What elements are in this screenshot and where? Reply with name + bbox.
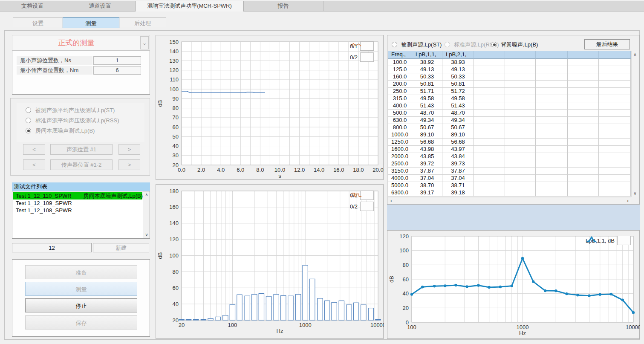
table-cell[interactable] <box>599 124 631 131</box>
result-radio-lp-b[interactable] <box>491 42 497 47</box>
table-cell[interactable]: 2500.0 <box>388 160 412 168</box>
table-cell[interactable]: 5000.0 <box>388 182 412 189</box>
result-radio-lp-rss[interactable] <box>445 42 450 47</box>
table-cell[interactable]: 1000.0 <box>388 131 412 139</box>
table-cell[interactable]: 100.0 <box>388 59 412 66</box>
table-cell[interactable] <box>599 102 631 110</box>
table-cell[interactable] <box>505 168 536 175</box>
table-row[interactable]: 3150.037.8737.87 <box>388 168 631 175</box>
table-cell[interactable]: 43.97 <box>442 146 474 153</box>
source-position-button[interactable]: 声源位置 #1 <box>50 144 113 155</box>
table-cell[interactable] <box>599 189 631 197</box>
prepare-button[interactable]: 准备 <box>25 265 137 279</box>
subtab-measure[interactable]: 测量 <box>63 17 119 28</box>
table-cell[interactable] <box>474 110 505 117</box>
table-cell[interactable] <box>505 73 536 81</box>
table-row[interactable]: 1250.056.6856.68 <box>388 139 631 146</box>
subtab-postprocess[interactable]: 后处理 <box>119 17 166 28</box>
table-cell[interactable] <box>599 160 631 168</box>
tab-channel-settings[interactable]: 通道设置 <box>65 1 136 11</box>
table-cell[interactable] <box>599 59 631 66</box>
table-cell[interactable]: 50.81 <box>412 81 442 88</box>
table-cell[interactable] <box>568 168 599 175</box>
table-row[interactable]: 1600.043.9843.97 <box>388 146 631 153</box>
table-cell[interactable] <box>536 117 568 124</box>
table-cell[interactable] <box>536 146 568 153</box>
table-cell[interactable]: 50.67 <box>412 124 442 131</box>
table-cell[interactable]: 51.43 <box>412 102 442 110</box>
table-cell[interactable] <box>505 95 536 102</box>
table-cell[interactable] <box>474 146 505 153</box>
table-cell[interactable]: 43.98 <box>412 146 442 153</box>
table-cell[interactable] <box>568 182 599 189</box>
table-cell[interactable] <box>474 131 505 139</box>
table-cell[interactable]: 50.33 <box>442 73 474 81</box>
table-hscrollbar[interactable]: ‹ › <box>388 197 631 204</box>
table-cell[interactable]: 630.0 <box>388 117 412 124</box>
table-cell[interactable] <box>599 182 631 189</box>
file-list-scrollbar[interactable]: ∧ ∨ <box>143 191 150 238</box>
table-cell[interactable] <box>599 117 631 124</box>
table-cell[interactable] <box>536 95 568 102</box>
radio-lp-b[interactable] <box>26 128 31 133</box>
table-cell[interactable]: 56.68 <box>412 139 442 146</box>
table-cell[interactable]: 50.67 <box>442 124 474 131</box>
source-position-next-button[interactable]: > <box>118 144 140 155</box>
table-cell[interactable] <box>599 146 631 153</box>
table-row[interactable]: 800.050.6750.67 <box>388 124 631 131</box>
table-cell[interactable]: 49.34 <box>442 117 474 124</box>
table-cell[interactable] <box>536 59 568 66</box>
table-cell[interactable]: 37.04 <box>442 175 474 182</box>
table-cell[interactable]: 160.0 <box>388 73 412 81</box>
table-cell[interactable]: 89.10 <box>442 131 474 139</box>
table-row[interactable]: 500.048.7048.70 <box>388 110 631 117</box>
table-cell[interactable] <box>599 131 631 139</box>
table-cell[interactable]: 39.73 <box>442 160 474 168</box>
table-cell[interactable]: 49.13 <box>442 66 474 73</box>
table-cell[interactable] <box>505 182 536 189</box>
table-cell[interactable]: 2000.0 <box>388 153 412 160</box>
table-cell[interactable] <box>474 102 505 110</box>
table-cell[interactable] <box>568 73 599 81</box>
tab-report[interactable]: 报告 <box>243 1 324 11</box>
table-cell[interactable] <box>536 153 568 160</box>
min-mic-positions-value[interactable]: 6 <box>93 66 141 75</box>
table-cell[interactable] <box>474 175 505 182</box>
subtab-setup[interactable]: 设置 <box>13 17 63 28</box>
table-row[interactable]: 2500.039.7239.73 <box>388 160 631 168</box>
table-row[interactable]: 100.038.9238.93 <box>388 59 631 66</box>
table-cell[interactable] <box>568 81 599 88</box>
table-cell[interactable] <box>505 153 536 160</box>
table-cell[interactable] <box>474 160 505 168</box>
table-cell[interactable]: 39.18 <box>442 189 474 197</box>
table-cell[interactable] <box>568 175 599 182</box>
table-cell[interactable] <box>568 189 599 197</box>
table-cell[interactable] <box>599 81 631 88</box>
table-cell[interactable] <box>599 110 631 117</box>
table-cell[interactable] <box>568 131 599 139</box>
table-cell[interactable] <box>474 182 505 189</box>
table-cell[interactable] <box>505 124 536 131</box>
table-cell[interactable] <box>474 153 505 160</box>
table-cell[interactable]: 39.17 <box>412 189 442 197</box>
table-cell[interactable] <box>536 81 568 88</box>
table-cell[interactable]: 51.43 <box>442 102 474 110</box>
table-cell[interactable] <box>568 59 599 66</box>
table-cell[interactable] <box>536 189 568 197</box>
file-list-item[interactable]: Test 1_12_108_SPWR <box>13 207 142 214</box>
table-row[interactable]: 1000.089.1089.10 <box>388 131 631 139</box>
file-list-item[interactable]: Test 1_12_109_SPWR <box>13 199 142 207</box>
table-cell[interactable] <box>536 131 568 139</box>
table-cell[interactable]: 6300.0 <box>388 189 412 197</box>
table-cell[interactable] <box>568 88 599 95</box>
result-radio-lp-st[interactable] <box>392 42 397 47</box>
table-cell[interactable] <box>536 73 568 81</box>
table-cell[interactable] <box>536 124 568 131</box>
tab-document-settings[interactable]: 文档设置 <box>0 1 65 11</box>
table-cell[interactable] <box>505 102 536 110</box>
table-cell[interactable]: 49.58 <box>412 95 442 102</box>
table-cell[interactable] <box>599 168 631 175</box>
table-cell[interactable]: 38.92 <box>412 59 442 66</box>
mic-position-prev-button[interactable]: < <box>23 159 45 170</box>
scroll-right-icon[interactable]: › <box>624 197 631 204</box>
